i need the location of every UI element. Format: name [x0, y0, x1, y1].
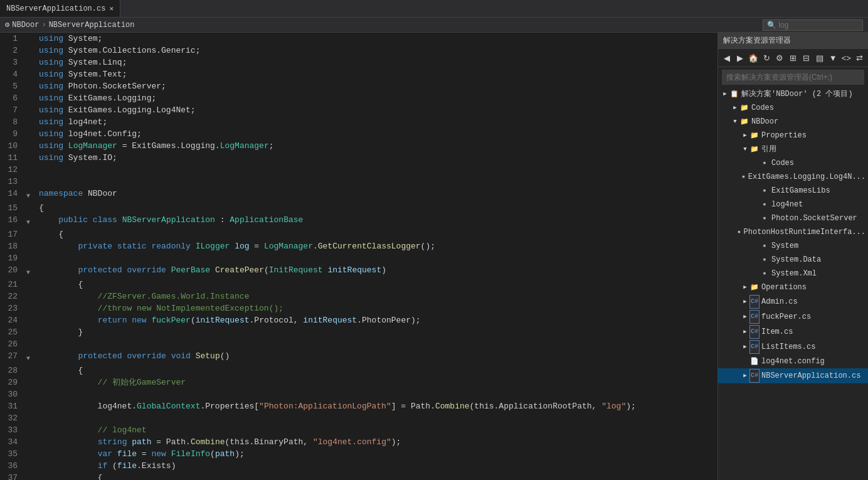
tree-item-nbdoor[interactable]: ▼📁NBDoor [718, 115, 868, 129]
tree-label-solution: 解决方案'NBDoor' (2 个项目) [741, 88, 853, 100]
fold-indicator [26, 400, 36, 412]
tree-arrow-item-cs[interactable]: ▶ [741, 326, 749, 338]
line-number: 6 [0, 92, 26, 104]
tree-arrow-properties[interactable]: ▶ [741, 129, 749, 142]
token [112, 449, 117, 459]
line-content: log4net.GlobalContext.Properties["Photon… [36, 400, 717, 412]
tree-item-log4net-config[interactable]: 📄log4net.config [718, 355, 868, 368]
tree-item-codes-top[interactable]: ▶📁Codes [718, 101, 868, 115]
fold-indicator [26, 365, 36, 376]
tree-arrow-fuckpeer-cs[interactable]: ▶ [741, 311, 749, 323]
token: initRequest [196, 316, 250, 325]
fold-indicator [26, 152, 36, 164]
tree-item-ref-exitgames-log4n[interactable]: ▪ExitGames.Logging.Log4N... [718, 170, 868, 184]
token: "log4net.config" [313, 437, 391, 447]
line-content: using log4net; [36, 116, 717, 128]
se-home-button[interactable]: 🏠 [747, 51, 759, 65]
tree-item-ref-system[interactable]: ▪System [718, 239, 868, 253]
line-content [36, 388, 717, 400]
tree-arrow-nbdoor[interactable]: ▼ [731, 115, 739, 128]
tree-item-ref-exitgameslibs[interactable]: ▪ExitGamesLibs [718, 184, 868, 198]
code-line: 15{ [0, 202, 717, 214]
tree-item-solution[interactable]: ▶📋解决方案'NBDoor' (2 个项目) [718, 87, 868, 101]
editor-tab[interactable]: NBServerApplication.cs ✕ [0, 0, 120, 17]
token: ) [381, 265, 386, 275]
tree-label-ref-system: System [771, 240, 798, 252]
tree-item-ref-photonhost[interactable]: ▪PhotonHostRuntimeInterfa... [718, 225, 868, 239]
tree-item-item-cs[interactable]: ▶C#Item.cs [718, 324, 868, 339]
se-showall-button[interactable]: ⊞ [787, 51, 799, 65]
fold-indicator[interactable]: ▼ [26, 214, 36, 228]
token: ( [210, 449, 215, 459]
se-codeview-button[interactable]: <> [840, 51, 852, 65]
solution-explorer-search[interactable] [722, 70, 864, 85]
se-sync-button[interactable]: ⇄ [854, 51, 865, 65]
tree-item-ref-systemdata[interactable]: ▪System.Data [718, 253, 868, 267]
line-number: 15 [0, 202, 26, 214]
token [112, 242, 117, 251]
line-content: using System.Linq; [36, 56, 717, 68]
line-number: 30 [0, 388, 26, 400]
breadcrumb-item-1[interactable]: ⚙ [5, 20, 9, 29]
line-content: { [36, 365, 717, 376]
tree-item-ref-log4net[interactable]: ▪log4net [718, 198, 868, 211]
tree-item-ref-codes[interactable]: ▪Codes [718, 156, 868, 170]
tree-icon-listitems-cs: C# [749, 340, 760, 354]
tab-close-button[interactable]: ✕ [109, 4, 114, 13]
tree-item-admin-cs[interactable]: ▶C#Admin.cs [718, 294, 868, 309]
token: (this.BinaryPath, [225, 437, 313, 447]
solution-explorer-tree: ▶📋解决方案'NBDoor' (2 个项目)▶📁Codes▼📁NBDoor▶📁P… [718, 87, 868, 480]
line-number: 20 [0, 264, 26, 279]
line-content: // log4net [36, 424, 717, 436]
se-refresh-button[interactable]: ↻ [761, 51, 773, 65]
tree-arrow-codes-top[interactable]: ▶ [731, 102, 739, 114]
se-filter-button[interactable]: ▼ [827, 51, 839, 65]
tree-item-properties[interactable]: ▶📁Properties [718, 129, 868, 142]
token [117, 215, 122, 225]
token: : [215, 215, 230, 225]
tree-item-ref-systemxml[interactable]: ▪System.Xml [718, 267, 868, 280]
line-number: 8 [0, 116, 26, 128]
fold-indicator[interactable]: ▼ [26, 188, 36, 202]
tree-item-ref-group[interactable]: ▼📁引用 [718, 142, 868, 156]
se-collapse-button[interactable]: ⊟ [800, 51, 812, 65]
fold-indicator [26, 326, 36, 338]
tree-arrow-admin-cs[interactable]: ▶ [741, 296, 749, 308]
fold-indicator[interactable]: ▼ [26, 264, 36, 279]
tree-arrow-ref-group[interactable]: ▼ [741, 143, 749, 156]
search-input[interactable] [763, 19, 863, 31]
tree-item-ref-photon[interactable]: ▪Photon.SocketServer [718, 211, 868, 225]
tree-arrow-operations[interactable]: ▶ [741, 281, 749, 294]
token: .Properties[ [200, 402, 259, 411]
token [191, 242, 196, 251]
tree-label-ref-photonhost: PhotonHostRuntimeInterfa... [744, 226, 865, 238]
se-back-button[interactable]: ◀ [721, 51, 733, 65]
se-properties-button[interactable]: ⚙ [774, 51, 786, 65]
se-preview-button[interactable]: ▤ [813, 51, 825, 65]
tree-label-ref-systemxml: System.Xml [771, 267, 817, 280]
fold-indicator [26, 388, 36, 400]
tree-item-operations[interactable]: ▶📁Operations [718, 280, 868, 294]
line-content: using LogManager = ExitGames.Logging.Log… [36, 140, 717, 152]
se-forward-button[interactable]: ▶ [734, 51, 746, 65]
line-number: 27 [0, 350, 26, 365]
line-content: using ExitGames.Logging; [36, 92, 717, 104]
tree-icon-operations: 📁 [749, 281, 760, 294]
line-number: 21 [0, 279, 26, 291]
token [166, 449, 171, 459]
token [39, 437, 98, 447]
token: .Protocol, [250, 316, 304, 325]
tree-item-listitems-cs[interactable]: ▶C#ListItems.cs [718, 339, 868, 355]
code-line: 7using ExitGames.Logging.Log4Net; [0, 104, 717, 116]
tree-arrow-nbserverapplication-cs[interactable]: ▶ [741, 370, 749, 382]
fold-indicator[interactable]: ▼ [26, 350, 36, 365]
code-line: 24 return new fuckPeer(initRequest.Proto… [0, 314, 717, 326]
tree-label-codes-top: Codes [751, 102, 774, 114]
tree-item-nbserverapplication-cs[interactable]: ▶C#NBServerApplication.cs [718, 368, 868, 383]
token: // 初始化GameServer [39, 378, 186, 387]
tree-arrow-listitems-cs[interactable]: ▶ [741, 341, 749, 353]
code-editor[interactable]: 1using System;2using System.Collections.… [0, 33, 717, 480]
token: log4net.Config; [63, 129, 142, 139]
tree-arrow-solution[interactable]: ▶ [721, 88, 729, 100]
tree-item-fuckpeer-cs[interactable]: ▶C#fuckPeer.cs [718, 309, 868, 324]
